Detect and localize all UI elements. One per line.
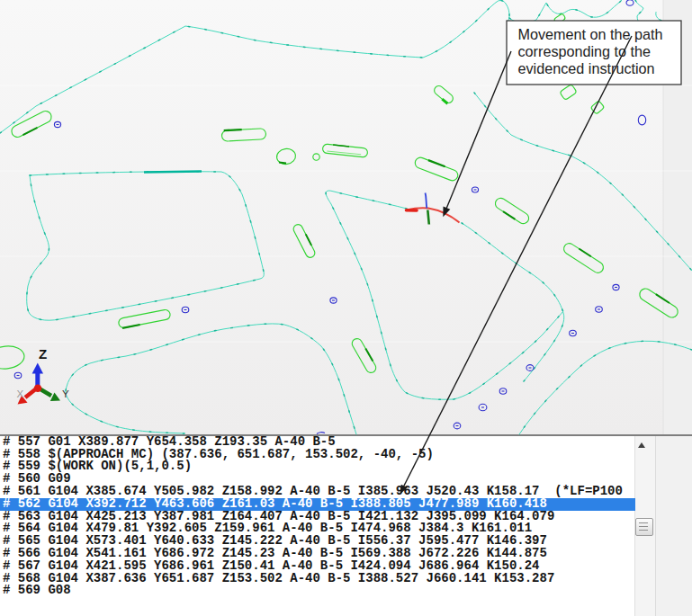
svg-text:corresponding to the: corresponding to the (518, 43, 652, 59)
svg-text:Z: Z (39, 346, 47, 362)
svg-text:X: X (17, 388, 24, 399)
svg-text:evidenced instruction: evidenced instruction (518, 60, 655, 76)
svg-text:Y: Y (62, 388, 69, 399)
svg-text:Movement on the path: Movement on the path (518, 26, 663, 42)
